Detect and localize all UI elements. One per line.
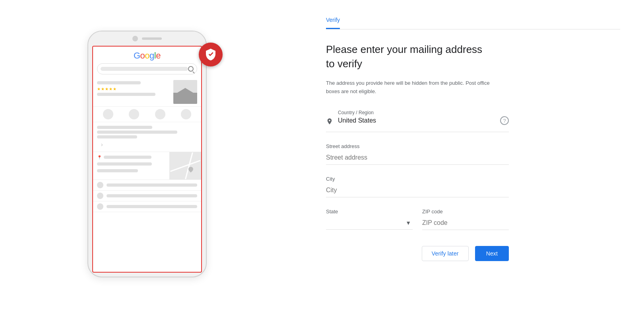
zip-field: ZIP code <box>422 209 509 230</box>
search-bar-fill <box>101 67 188 71</box>
street-label: Street address <box>326 143 509 149</box>
help-icon[interactable]: ? <box>500 116 509 125</box>
skel-line <box>107 205 197 208</box>
shield-icon <box>204 48 217 61</box>
clock-icon <box>97 182 103 188</box>
phone-search-bar <box>97 63 197 74</box>
skel-line <box>107 183 197 187</box>
tab-header: Verify <box>326 12 620 29</box>
google-logo: Google <box>134 51 161 61</box>
stars-row: ★ ★ ★ ★ ★ <box>97 87 170 91</box>
form-subtitle: The address you provide here will be hid… <box>326 79 493 96</box>
star: ★ <box>105 87 109 91</box>
next-button[interactable]: Next <box>475 246 509 261</box>
map-road-h <box>170 160 200 172</box>
right-panel: Verify Please enter your mailing address… <box>302 0 644 316</box>
street-address-field: Street address <box>326 143 509 165</box>
city-field: City <box>326 176 509 197</box>
phone-map-section: 📍 <box>93 152 201 180</box>
state-select[interactable]: AlabamaAlaskaArizona ArkansasCaliforniaC… <box>326 216 413 230</box>
skel-line <box>97 135 137 138</box>
verify-later-button[interactable]: Verify later <box>422 246 469 261</box>
phone-body: Google ★ ★ ★ ★ <box>87 31 207 277</box>
phone-action-icon <box>103 109 113 119</box>
save-action-icon <box>155 109 165 119</box>
listing-thumbnail <box>173 80 197 104</box>
left-panel: Google ★ ★ ★ ★ <box>0 0 302 316</box>
address-form: Country / Region United States ? Street … <box>326 110 509 261</box>
country-label: Country / Region <box>338 110 495 115</box>
location-pin-icon <box>326 118 333 127</box>
form-title: Please enter your mailing address to ver… <box>326 42 493 71</box>
map-thumbnail <box>169 152 201 179</box>
google-header: Google <box>93 47 201 63</box>
action-icons-row <box>93 107 201 122</box>
globe-icon <box>97 203 103 210</box>
phone-speaker <box>142 37 162 40</box>
web-info-row <box>93 201 201 212</box>
country-field-content: Country / Region United States <box>338 110 495 124</box>
directions-action-icon <box>129 109 139 119</box>
star: ★ <box>97 87 101 91</box>
verify-tab[interactable]: Verify <box>326 12 340 29</box>
phone-icon <box>97 193 103 199</box>
country-value: United States <box>338 117 495 124</box>
listing-left: ★ ★ ★ ★ ★ <box>97 80 170 104</box>
state-field: State AlabamaAlaskaArizona ArkansasCalif… <box>326 209 413 230</box>
country-field: Country / Region United States ? <box>326 110 509 132</box>
state-select-wrapper: AlabamaAlaskaArizona ArkansasCaliforniaC… <box>326 216 413 230</box>
phone-listing: ★ ★ ★ ★ ★ <box>93 78 201 107</box>
skel-line <box>97 131 177 134</box>
skel-line <box>97 93 155 96</box>
star: ★ <box>113 87 116 91</box>
street-address-input[interactable] <box>326 151 509 165</box>
map-text: 📍 <box>93 152 169 179</box>
map-pin-icon: 📍 <box>97 155 102 160</box>
phone-top-bar <box>88 31 206 46</box>
skel-line <box>107 194 197 197</box>
chevron-row: › <box>97 140 197 149</box>
zip-input[interactable] <box>422 216 509 230</box>
skel-title <box>97 81 141 84</box>
phone-camera <box>132 36 138 41</box>
star: ★ <box>101 87 105 91</box>
phone-info-row <box>93 191 201 201</box>
shield-badge <box>199 43 223 66</box>
skel-line <box>104 156 151 159</box>
phone-search-icon <box>188 66 194 72</box>
skel-line <box>97 169 138 172</box>
zip-label: ZIP code <box>422 209 509 215</box>
hours-info-row <box>93 180 201 191</box>
star: ★ <box>109 87 113 91</box>
city-label: City <box>326 176 509 182</box>
state-zip-row: State AlabamaAlaskaArizona ArkansasCalif… <box>326 209 509 230</box>
web-action-icon <box>181 109 191 119</box>
phone-text-section: › <box>93 122 201 152</box>
phone-illustration: Google ★ ★ ★ ★ <box>87 31 215 285</box>
state-label: State <box>326 209 413 215</box>
store-icon <box>173 93 197 104</box>
city-input[interactable] <box>326 183 509 197</box>
chevron-right-icon: › <box>101 141 103 148</box>
skel-line <box>97 126 152 129</box>
form-buttons: Verify later Next <box>326 246 509 261</box>
phone-screen: Google ★ ★ ★ ★ <box>92 46 202 273</box>
skel-line <box>97 162 152 166</box>
